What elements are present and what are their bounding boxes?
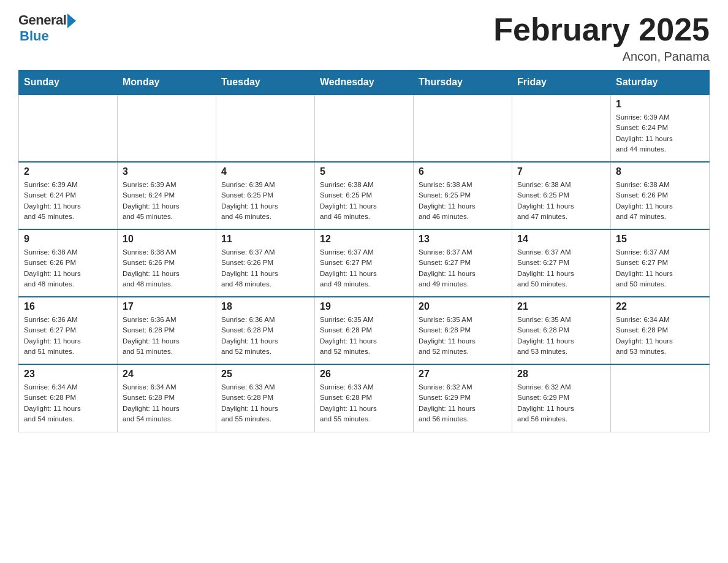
- day-number: 2: [24, 166, 112, 177]
- day-info: Sunrise: 6:38 AMSunset: 6:25 PMDaylight:…: [517, 180, 605, 222]
- logo-arrow-icon: [67, 13, 76, 28]
- day-number: 9: [24, 234, 112, 245]
- day-info: Sunrise: 6:39 AMSunset: 6:24 PMDaylight:…: [616, 112, 704, 155]
- day-info: Sunrise: 6:37 AMSunset: 6:27 PMDaylight:…: [517, 247, 605, 289]
- day-number: 17: [123, 301, 211, 312]
- calendar-cell: [512, 94, 611, 162]
- day-info: Sunrise: 6:37 AMSunset: 6:27 PMDaylight:…: [419, 247, 507, 289]
- calendar-cell: 23Sunrise: 6:34 AMSunset: 6:28 PMDayligh…: [19, 364, 118, 432]
- day-info: Sunrise: 6:34 AMSunset: 6:28 PMDaylight:…: [616, 315, 704, 357]
- day-info: Sunrise: 6:36 AMSunset: 6:27 PMDaylight:…: [24, 315, 112, 357]
- logo-blue-text: Blue: [20, 28, 49, 44]
- calendar-cell: 21Sunrise: 6:35 AMSunset: 6:28 PMDayligh…: [512, 297, 611, 364]
- day-info: Sunrise: 6:35 AMSunset: 6:28 PMDaylight:…: [320, 315, 408, 357]
- day-info: Sunrise: 6:38 AMSunset: 6:25 PMDaylight:…: [320, 180, 408, 222]
- day-number: 1: [616, 99, 704, 110]
- day-of-week-header: Sunday: [19, 71, 118, 95]
- day-of-week-header: Friday: [512, 71, 611, 95]
- day-number: 12: [320, 234, 408, 245]
- calendar-cell: 2Sunrise: 6:39 AMSunset: 6:24 PMDaylight…: [19, 162, 118, 229]
- day-number: 13: [419, 234, 507, 245]
- day-number: 24: [123, 369, 211, 380]
- day-number: 27: [419, 369, 507, 380]
- day-info: Sunrise: 6:37 AMSunset: 6:27 PMDaylight:…: [320, 247, 408, 289]
- day-number: 26: [320, 369, 408, 380]
- day-number: 18: [221, 301, 309, 312]
- day-info: Sunrise: 6:39 AMSunset: 6:25 PMDaylight:…: [221, 180, 309, 222]
- logo-general-text: General: [18, 12, 66, 28]
- calendar-cell: 5Sunrise: 6:38 AMSunset: 6:25 PMDaylight…: [315, 162, 414, 229]
- calendar-cell: 9Sunrise: 6:38 AMSunset: 6:26 PMDaylight…: [19, 229, 118, 297]
- calendar-cell: 3Sunrise: 6:39 AMSunset: 6:24 PMDaylight…: [118, 162, 216, 229]
- calendar-cell: 7Sunrise: 6:38 AMSunset: 6:25 PMDaylight…: [512, 162, 611, 229]
- day-of-week-header: Tuesday: [216, 71, 315, 95]
- calendar-cell: 13Sunrise: 6:37 AMSunset: 6:27 PMDayligh…: [414, 229, 512, 297]
- day-info: Sunrise: 6:32 AMSunset: 6:29 PMDaylight:…: [419, 382, 507, 424]
- calendar-cell: 20Sunrise: 6:35 AMSunset: 6:28 PMDayligh…: [414, 297, 512, 364]
- month-title: February 2025: [493, 12, 710, 47]
- calendar-cell: 12Sunrise: 6:37 AMSunset: 6:27 PMDayligh…: [315, 229, 414, 297]
- day-of-week-header: Thursday: [414, 71, 512, 95]
- day-info: Sunrise: 6:38 AMSunset: 6:26 PMDaylight:…: [616, 180, 704, 222]
- calendar-cell: 25Sunrise: 6:33 AMSunset: 6:28 PMDayligh…: [216, 364, 315, 432]
- day-number: 16: [24, 301, 112, 312]
- page-header: General Blue February 2025 Ancon, Panama: [18, 12, 710, 64]
- calendar-week-row: 9Sunrise: 6:38 AMSunset: 6:26 PMDaylight…: [19, 229, 710, 297]
- calendar-cell: 6Sunrise: 6:38 AMSunset: 6:25 PMDaylight…: [414, 162, 512, 229]
- calendar-cell: 24Sunrise: 6:34 AMSunset: 6:28 PMDayligh…: [118, 364, 216, 432]
- day-number: 22: [616, 301, 704, 312]
- day-info: Sunrise: 6:37 AMSunset: 6:27 PMDaylight:…: [616, 247, 704, 289]
- day-number: 8: [616, 166, 704, 177]
- calendar-cell: 1Sunrise: 6:39 AMSunset: 6:24 PMDaylight…: [611, 94, 710, 162]
- day-number: 4: [221, 166, 309, 177]
- calendar-cell: 26Sunrise: 6:33 AMSunset: 6:28 PMDayligh…: [315, 364, 414, 432]
- calendar-cell: [315, 94, 414, 162]
- location-text: Ancon, Panama: [493, 50, 710, 64]
- calendar-week-row: 16Sunrise: 6:36 AMSunset: 6:27 PMDayligh…: [19, 297, 710, 364]
- calendar-cell: 15Sunrise: 6:37 AMSunset: 6:27 PMDayligh…: [611, 229, 710, 297]
- calendar-week-row: 23Sunrise: 6:34 AMSunset: 6:28 PMDayligh…: [19, 364, 710, 432]
- day-info: Sunrise: 6:32 AMSunset: 6:29 PMDaylight:…: [517, 382, 605, 424]
- calendar-cell: 27Sunrise: 6:32 AMSunset: 6:29 PMDayligh…: [414, 364, 512, 432]
- calendar-week-row: 2Sunrise: 6:39 AMSunset: 6:24 PMDaylight…: [19, 162, 710, 229]
- day-info: Sunrise: 6:38 AMSunset: 6:25 PMDaylight:…: [419, 180, 507, 222]
- calendar-cell: 28Sunrise: 6:32 AMSunset: 6:29 PMDayligh…: [512, 364, 611, 432]
- calendar-cell: 4Sunrise: 6:39 AMSunset: 6:25 PMDaylight…: [216, 162, 315, 229]
- day-number: 21: [517, 301, 605, 312]
- day-number: 14: [517, 234, 605, 245]
- day-number: 5: [320, 166, 408, 177]
- title-block: February 2025 Ancon, Panama: [493, 12, 710, 64]
- calendar-cell: 18Sunrise: 6:36 AMSunset: 6:28 PMDayligh…: [216, 297, 315, 364]
- day-number: 23: [24, 369, 112, 380]
- day-info: Sunrise: 6:39 AMSunset: 6:24 PMDaylight:…: [123, 180, 211, 222]
- calendar-week-row: 1Sunrise: 6:39 AMSunset: 6:24 PMDaylight…: [19, 94, 710, 162]
- day-info: Sunrise: 6:35 AMSunset: 6:28 PMDaylight:…: [517, 315, 605, 357]
- day-number: 25: [221, 369, 309, 380]
- calendar-header-row: SundayMondayTuesdayWednesdayThursdayFrid…: [19, 71, 710, 95]
- day-number: 15: [616, 234, 704, 245]
- day-number: 28: [517, 369, 605, 380]
- calendar-cell: [19, 94, 118, 162]
- day-info: Sunrise: 6:37 AMSunset: 6:26 PMDaylight:…: [221, 247, 309, 289]
- calendar-cell: 10Sunrise: 6:38 AMSunset: 6:26 PMDayligh…: [118, 229, 216, 297]
- day-info: Sunrise: 6:36 AMSunset: 6:28 PMDaylight:…: [221, 315, 309, 357]
- calendar-cell: 16Sunrise: 6:36 AMSunset: 6:27 PMDayligh…: [19, 297, 118, 364]
- calendar-cell: 11Sunrise: 6:37 AMSunset: 6:26 PMDayligh…: [216, 229, 315, 297]
- day-info: Sunrise: 6:38 AMSunset: 6:26 PMDaylight:…: [123, 247, 211, 289]
- day-number: 6: [419, 166, 507, 177]
- day-number: 3: [123, 166, 211, 177]
- day-number: 11: [221, 234, 309, 245]
- day-of-week-header: Monday: [118, 71, 216, 95]
- day-number: 19: [320, 301, 408, 312]
- day-number: 20: [419, 301, 507, 312]
- day-number: 7: [517, 166, 605, 177]
- calendar-cell: 17Sunrise: 6:36 AMSunset: 6:28 PMDayligh…: [118, 297, 216, 364]
- day-of-week-header: Wednesday: [315, 71, 414, 95]
- day-info: Sunrise: 6:38 AMSunset: 6:26 PMDaylight:…: [24, 247, 112, 289]
- calendar-cell: [414, 94, 512, 162]
- calendar-cell: 22Sunrise: 6:34 AMSunset: 6:28 PMDayligh…: [611, 297, 710, 364]
- day-info: Sunrise: 6:33 AMSunset: 6:28 PMDaylight:…: [320, 382, 408, 424]
- logo: General Blue: [18, 12, 76, 44]
- calendar-cell: 8Sunrise: 6:38 AMSunset: 6:26 PMDaylight…: [611, 162, 710, 229]
- day-info: Sunrise: 6:33 AMSunset: 6:28 PMDaylight:…: [221, 382, 309, 424]
